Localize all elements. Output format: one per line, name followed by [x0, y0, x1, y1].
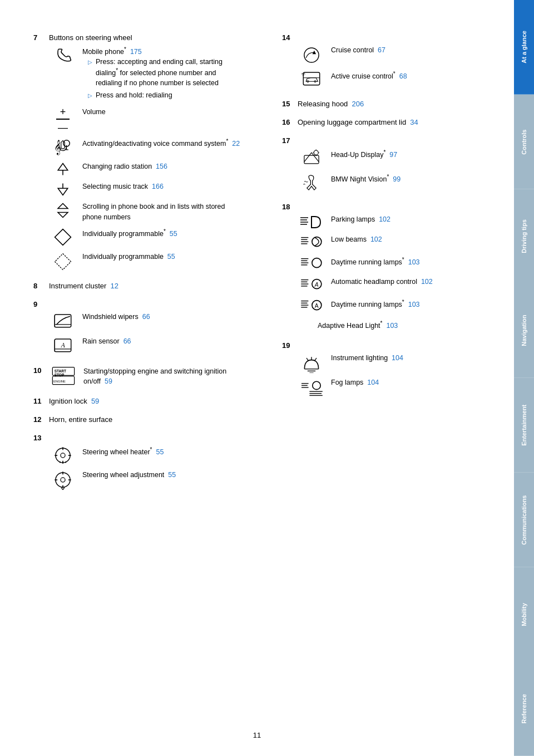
svg-point-87 [313, 381, 320, 389]
section-10: 10 START STOP ENGINE Starting/stopp [33, 366, 243, 387]
instrument-lighting-item: Instrument lighting 104 [298, 353, 497, 373]
volume-item: + — Volume [49, 107, 243, 132]
section-13: 13 [33, 434, 243, 490]
scroll-phonebook-text: Scrolling in phone book and in lists wit… [82, 202, 243, 223]
music-track-text: Selecting music track 166 [82, 181, 243, 192]
section-15-header: 15 Releasing hood 206 [282, 100, 497, 108]
right-sidebar: At a glance Controls Driving tips Naviga… [514, 0, 534, 756]
section-19-header: 19 [282, 341, 497, 350]
right-column: 14 Cruise control 67 [276, 33, 497, 500]
low-beams-text: Low beams 102 [331, 234, 497, 245]
mobile-phone-item: Mobile phone* 175 ▷ Press: accepting and… [49, 45, 243, 102]
section-17-header: 17 [282, 136, 497, 145]
svg-text:ENGINE: ENGINE [53, 380, 66, 383]
wheel-heater-icon [49, 445, 77, 465]
section-9-header: 9 [33, 300, 243, 308]
prog2-icon [49, 252, 77, 272]
music-track-icon [49, 181, 77, 197]
active-cruise-icon [298, 70, 325, 90]
section-8-title: Instrument cluster 12 [49, 282, 118, 290]
svg-point-25 [61, 453, 65, 458]
sidebar-tab-navigation[interactable]: Navigation [514, 283, 534, 378]
parking-lamps-text: Parking lamps 102 [331, 214, 497, 225]
svg-marker-6 [58, 188, 68, 195]
main-content: 7 Buttons on steering wheel Mobile phone… [0, 0, 514, 756]
section-num-15: 15 [282, 100, 295, 108]
section-12-title: Horn, entire surface [49, 415, 112, 424]
section-7-title: Buttons on steering wheel [49, 33, 132, 42]
section-num-13: 13 [33, 434, 47, 442]
sidebar-tab-entertainment[interactable]: Entertainment [514, 378, 534, 473]
phone-icon [49, 45, 77, 65]
low-beams-item: Low beams 102 [298, 234, 497, 251]
section-num-11: 11 [33, 397, 47, 405]
mobile-phone-text: Mobile phone* 175 ▷ Press: accepting and… [82, 45, 243, 102]
section-7: 7 Buttons on steering wheel Mobile phone… [33, 33, 243, 272]
cruise-control-icon [298, 45, 325, 65]
section-num-9: 9 [33, 300, 47, 308]
voice-command-item: 𝄞 Activating/deactivating voice command … [49, 137, 243, 157]
svg-point-34 [61, 478, 65, 482]
section-num-8: 8 [33, 282, 47, 290]
daytime-lamps-item: Daytime running lamps* 103 [298, 256, 497, 272]
scroll-phonebook-item: Scrolling in phone book and in lists wit… [49, 202, 243, 223]
prog2-text: Individually programmable 55 [82, 252, 243, 262]
wipers-icon [49, 312, 77, 332]
svg-text:A: A [314, 282, 319, 288]
section-11-header: 11 Ignition lock 59 [33, 397, 243, 405]
wheel-adjust-item: Steering wheel adjustment 55 [49, 470, 243, 490]
sidebar-tab-communications[interactable]: Communications [514, 473, 534, 567]
wheel-heater-item: Steering wheel heater* 55 [49, 445, 243, 465]
night-vision-item: BMW Night Vision* 99 [298, 173, 497, 193]
section-16-header: 16 Opening luggage compartment lid 34 [282, 118, 497, 126]
svg-point-46 [314, 150, 318, 155]
svg-point-39 [304, 48, 319, 62]
section-18-header: 18 [282, 203, 497, 211]
two-col-layout: 7 Buttons on steering wheel Mobile phone… [33, 33, 497, 500]
cruise-control-text: Cruise control 67 [331, 45, 497, 56]
wheel-heater-text: Steering wheel heater* 55 [82, 445, 243, 458]
section-18: 18 [282, 203, 497, 331]
svg-point-31 [65, 462, 66, 463]
section-16: 16 Opening luggage compartment lid 34 [282, 118, 497, 126]
daytime2-item: A Daytime running lamps* 103 [298, 298, 497, 315]
auto-headlamp-icon: A [298, 277, 325, 293]
instrument-lighting-icon [298, 353, 325, 373]
svg-point-30 [62, 462, 63, 463]
parking-lamps-icon [298, 214, 325, 230]
fog-lamps-item: Fog lamps 104 [298, 377, 497, 397]
svg-rect-41 [303, 72, 319, 85]
active-cruise-text: Active cruise control* 68 [331, 70, 497, 82]
svg-marker-4 [58, 164, 68, 170]
svg-marker-10 [55, 229, 71, 245]
sidebar-tab-mobility[interactable]: Mobility [514, 567, 534, 662]
section-12: 12 Horn, entire surface [33, 415, 243, 424]
sidebar-tab-driving-tips[interactable]: Driving tips [514, 189, 534, 284]
wipers-item: Windshield wipers 66 [49, 312, 243, 332]
page-container: 7 Buttons on steering wheel Mobile phone… [0, 0, 534, 756]
section-15-title: Releasing hood 206 [298, 100, 364, 108]
sidebar-tab-controls[interactable]: Controls [514, 95, 534, 189]
rain-sensor-text: Rain sensor 66 [82, 336, 243, 347]
sidebar-tab-reference[interactable]: Reference [514, 661, 534, 756]
section-num-10: 10 [33, 366, 47, 375]
volume-icon: + — [49, 107, 77, 132]
daytime-lamps-text: Daytime running lamps* 103 [331, 256, 497, 268]
section-8: 8 Instrument cluster 12 [33, 282, 243, 290]
auto-headlamp-text: Automatic headlamp control 102 [331, 277, 497, 287]
svg-point-32 [60, 462, 61, 463]
fog-lamps-icon [298, 377, 325, 397]
svg-marker-11 [55, 253, 71, 269]
radio-up-icon [49, 161, 77, 177]
svg-point-33 [56, 473, 70, 487]
prog1-item: Individually programmable* 55 [49, 227, 243, 247]
low-beams-icon [298, 234, 325, 251]
sidebar-tab-at-a-glance[interactable]: At a glance [514, 0, 534, 95]
section-9: 9 Windshield wipers 66 [33, 300, 243, 356]
section-num-12: 12 [33, 415, 47, 424]
section-num-19: 19 [282, 341, 295, 350]
start-stop-item: 10 START STOP ENGINE Starting/stopp [33, 366, 243, 387]
night-vision-text: BMW Night Vision* 99 [331, 173, 497, 185]
active-cruise-item: Active cruise control* 68 [298, 70, 497, 90]
rain-sensor-item: A Rain sensor 66 [49, 336, 243, 356]
